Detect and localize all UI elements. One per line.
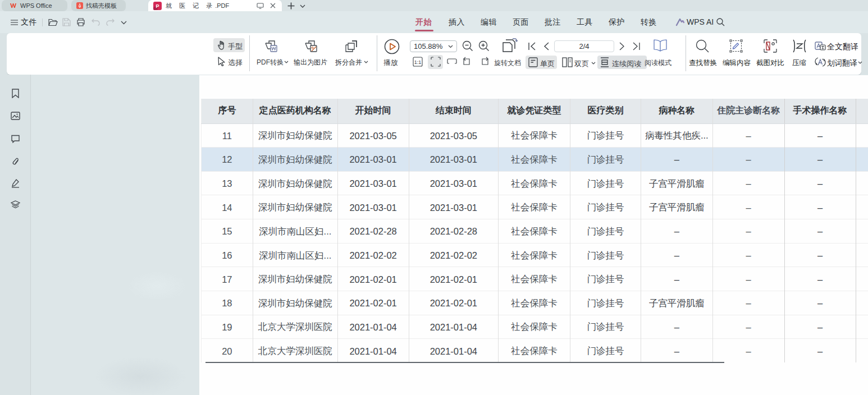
svg-text:1:1: 1:1: [414, 59, 422, 65]
svg-text:P: P: [156, 3, 159, 9]
